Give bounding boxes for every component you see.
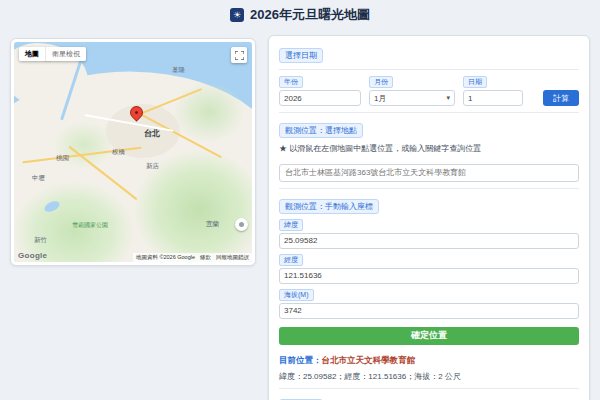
compass-icon	[239, 222, 244, 227]
month-selected-value: 1月	[374, 93, 386, 104]
current-location-name: 台北市立天文科學教育館	[322, 355, 416, 365]
place-hint-text: ★ 以滑鼠在左側地圖中點選位置，或輸入關鍵字查詢位置	[279, 143, 579, 154]
date-fields-row: 年份 月份 1月 ▾ 日期 計算	[279, 76, 579, 106]
longitude-input[interactable]	[279, 268, 579, 284]
map-label-zhongli: 中壢	[32, 174, 45, 183]
divider	[279, 69, 579, 70]
map-label-park: 雪霸國家公園	[72, 222, 108, 229]
altitude-label: 海拔(M)	[279, 289, 314, 301]
longitude-field-group: 經度	[279, 254, 579, 284]
year-input[interactable]	[279, 90, 361, 106]
place-search-input[interactable]	[279, 164, 579, 182]
fullscreen-icon	[235, 51, 244, 60]
map-hills-northeast	[174, 82, 244, 142]
google-logo: Google	[18, 251, 47, 260]
day-label: 日期	[463, 76, 487, 88]
section-title-place: 觀測位置：選擇地點	[279, 123, 363, 138]
divider	[279, 112, 579, 113]
page-header: ☀ 2026年元旦曙光地圖	[0, 6, 600, 24]
attribution-text: 地圖資料 ©2026 Google	[136, 254, 195, 261]
google-map[interactable]: 淡水 基隆 台北 板橋 新店 桃園 中壢 宜蘭 新竹 雪霸國家公園 地圖 衛星檢…	[14, 42, 252, 262]
control-panel: 選擇日期 年份 月份 1月 ▾ 日期 計算 觀測位置：選擇地點 ★ 以滑鼠在左側…	[268, 35, 590, 400]
year-label: 年份	[279, 76, 303, 88]
fullscreen-button[interactable]	[231, 47, 247, 63]
map-label-banqiao: 板橋	[112, 148, 125, 157]
map-view-button[interactable]: 地圖	[19, 47, 45, 61]
day-field-group: 日期	[463, 76, 523, 106]
map-label-yilan: 宜蘭	[206, 220, 219, 229]
map-label-keelung: 基隆	[172, 66, 185, 75]
page-title: 2026年元旦曙光地圖	[250, 6, 370, 24]
terms-link[interactable]: 條款	[200, 254, 211, 261]
compass-control[interactable]	[235, 218, 248, 231]
current-location-line: 目前位置：台北市立天文科學教育館	[279, 355, 579, 367]
app-logo-icon: ☀	[230, 8, 244, 22]
current-location-label: 目前位置：	[279, 355, 322, 365]
latitude-label: 緯度	[279, 219, 303, 231]
current-location-details: 緯度：25.09582；經度：121.51636；海拔：2 公尺	[279, 371, 579, 382]
divider	[279, 388, 579, 389]
confirm-location-button[interactable]: 確定位置	[279, 327, 579, 345]
chevron-down-icon: ▾	[446, 94, 450, 102]
map-label-taoyuan: 桃園	[56, 154, 69, 163]
section-title-date: 選擇日期	[279, 48, 323, 63]
map-type-control: 地圖 衛星檢視	[19, 47, 86, 61]
satellite-view-button[interactable]: 衛星檢視	[45, 47, 86, 61]
calculate-button[interactable]: 計算	[543, 90, 579, 106]
section-title-coords: 觀測位置：手動輸入座標	[279, 199, 379, 214]
divider	[279, 188, 579, 189]
longitude-label: 經度	[279, 254, 303, 266]
altitude-field-group: 海拔(M)	[279, 289, 579, 319]
map-card: 淡水 基隆 台北 板橋 新店 桃園 中壢 宜蘭 新竹 雪霸國家公園 地圖 衛星檢…	[10, 38, 256, 266]
map-attribution: 地圖資料 ©2026 Google 條款 回報地圖錯誤	[133, 253, 252, 262]
page: ☀ 2026年元旦曙光地圖 淡水 基隆 台北 板橋 新店 桃園 中壢	[0, 0, 600, 400]
year-field-group: 年份	[279, 76, 361, 106]
month-label: 月份	[369, 76, 393, 88]
map-label-xindian: 新店	[146, 162, 159, 171]
latitude-field-group: 緯度	[279, 219, 579, 249]
month-field-group: 月份 1月 ▾	[369, 76, 455, 106]
latitude-input[interactable]	[279, 233, 579, 249]
day-input[interactable]	[463, 90, 523, 106]
altitude-input[interactable]	[279, 303, 579, 319]
month-select[interactable]: 1月 ▾	[369, 90, 455, 106]
map-label-taipei: 台北	[144, 128, 160, 139]
map-label-hsinchu: 新竹	[34, 236, 47, 245]
report-error-link[interactable]: 回報地圖錯誤	[216, 254, 249, 261]
